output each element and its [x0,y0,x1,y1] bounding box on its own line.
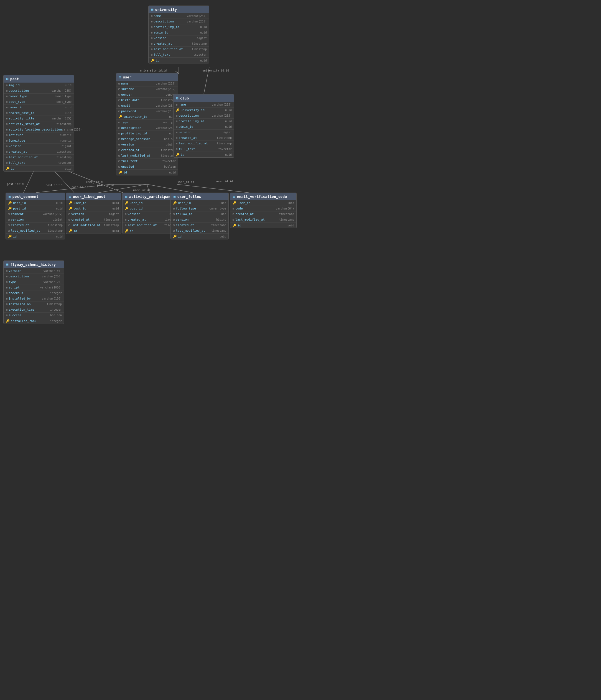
table-row: ⊞password varchar(255) [116,109,178,114]
email-verification-code-table-title: email_verification_code [237,195,287,199]
field-type: timestamp [56,156,72,159]
field-icon: ⊞ [151,53,152,56]
field-icon: ⊞ [6,139,7,142]
field-name: ⊞profile_img_id [176,120,204,123]
table-icon: ⊞ [6,77,8,81]
field-name: ⊞activity_location_description [6,128,62,131]
field-name: ⊞description [6,275,29,278]
field-icon: ⊞ [151,36,152,40]
field-name: ⊞owner_type [6,95,27,98]
field-icon: ⊞ [6,269,7,272]
field-type: uuid [225,125,232,128]
fk-icon: 🔑 [69,201,72,205]
table-row: ⊞type varchar(20) [4,279,64,285]
table-row: ⊞gender gender [116,92,178,98]
fk-icon: 🔑 [176,108,179,112]
field-type: varchar(255) [187,20,207,23]
user-table-header: ⊞ user [116,73,178,81]
field-type: uuid [65,111,72,115]
table-row: 🔑id uuid [4,166,74,171]
field-type: varchar(64) [276,207,294,210]
field-name: ⊞comment [8,212,24,216]
field-name: ⊞name [151,14,161,18]
field-icon: ⊞ [118,104,120,107]
table-row: ⊞version bigint [171,217,229,223]
field-name: ⊞full_text [6,161,25,165]
field-type: timestamp [104,224,119,227]
field-type: numeric [60,133,72,136]
field-icon: ⊞ [6,292,7,295]
field-name: ⊞full_text [151,53,170,56]
table-row: ⊞full_text tsvector [116,158,178,164]
field-type: uuid [65,106,72,109]
field-type: timestamp [47,303,62,306]
table-row: ⊞activity_location_description varchar(2… [4,127,74,132]
table-row: ⊞follow_id uuid [171,211,229,217]
field-icon: ⊞ [173,229,175,232]
table-row: ⊞created_at timestamp [171,223,229,228]
field-name: ⊞last_modified_at [69,223,101,227]
table-row: ⊞created_at timestamp [6,223,65,228]
field-type: timestamp [48,229,63,232]
table-row: ⊞created_at timestamp [4,149,74,155]
field-icon: ⊞ [233,212,234,216]
field-name: 🔑user_id [125,201,143,205]
field-type: timestamp [56,123,72,126]
pk-icon: 🔑 [6,319,10,323]
field-name: ⊞created_at [233,212,254,216]
field-type: uuid [56,201,63,204]
field-type: timestamp [211,224,226,227]
field-type: timestamp [48,224,63,227]
svg-line-2 [204,67,209,94]
field-name: ⊞created_at [173,223,194,227]
table-row: ⊞version bigint [4,144,74,149]
field-name: ⊞success [6,314,21,317]
table-row: 🔑university_id uuid [116,114,178,120]
field-icon: ⊞ [6,100,7,103]
field-name: ⊞version [69,212,84,216]
svg-line-10 [147,184,150,194]
field-type: varchar(255) [43,212,63,216]
field-name: ⊞longitude [6,139,25,143]
field-name: ⊞code [233,207,243,210]
table-row: ⊞description varchar(255) [149,19,209,24]
field-icon: ⊞ [118,165,120,168]
pk-icon: 🔑 [118,171,122,174]
field-name: 🔑id [118,171,127,174]
field-icon: ⊞ [69,218,70,221]
field-icon: ⊞ [118,99,120,102]
field-name: 🔑id [125,229,133,233]
field-name: ⊞latitude [6,133,23,137]
table-row: ⊞last_modified_at timestamp [116,153,178,158]
field-name: ⊞profile_img_id [118,132,147,135]
user-liked-post-table-header: ⊞ user_liked_post [66,193,121,200]
field-type: numeric [60,139,72,142]
user-table: ⊞ user ⊞name varchar(255) ⊞surname varch… [116,73,178,175]
field-icon: ⊞ [151,25,152,28]
field-icon: ⊞ [118,138,120,141]
field-icon: ⊞ [118,149,120,152]
field-type: owner_type [210,207,226,210]
field-name: ⊞last_modified_at [8,229,40,232]
table-row: 🔑user_id uuid [6,200,65,206]
field-type: timestamp [279,218,294,221]
field-name: 🔑user_id [173,201,191,205]
table-row: ⊞type user_type [116,120,178,125]
field-type: varchar(50) [44,269,62,272]
svg-text:post_id:id: post_id:id [7,183,24,186]
field-name: ⊞admin_id [176,125,193,129]
table-row: ⊞name varchar(255) [116,81,178,86]
field-name: ⊞last_modified_at [233,218,265,221]
table-row: ⊞installed_by varchar(100) [4,296,64,301]
field-icon: ⊞ [6,314,7,317]
svg-line-6 [36,184,111,193]
fk-icon: 🔑 [125,201,129,205]
table-row: 🔑id uuid [149,58,209,63]
table-icon: ⊞ [173,195,176,199]
field-type: bigint [53,218,63,221]
table-row: 🔑id uuid [116,170,178,175]
post-comment-table-header: ⊞ post_comment [6,193,65,200]
table-row: ⊞created_at timestamp [149,41,209,47]
field-icon: ⊞ [176,125,177,128]
flyway-schema-history-table-title: flyway_schema_history [10,262,56,267]
